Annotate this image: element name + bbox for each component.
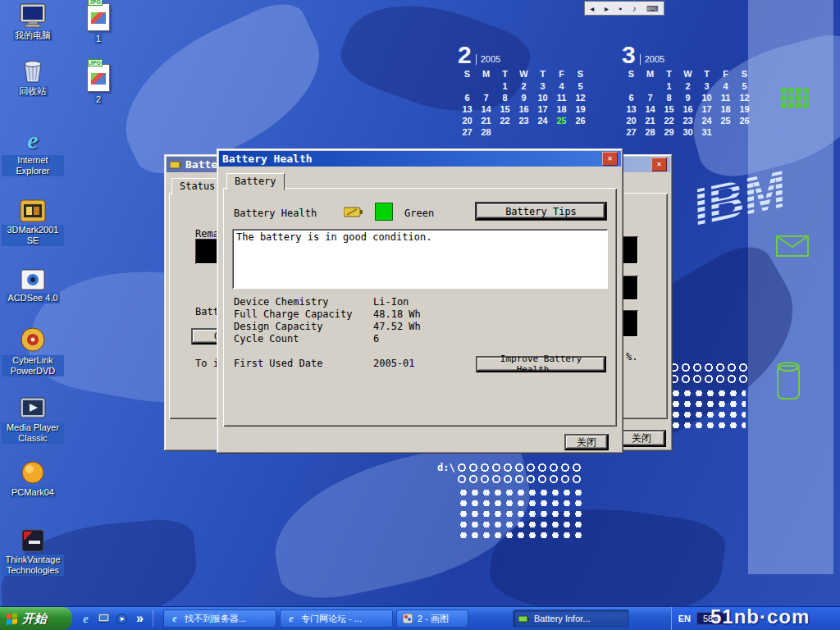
- volume-up-icon[interactable]: ▸: [605, 4, 609, 13]
- desktop-icon-label: ACDSee 4.0: [6, 293, 59, 304]
- battery-percentage[interactable]: 58%: [696, 612, 728, 625]
- drive-label: d:\: [437, 462, 455, 473]
- desktop-icon-3dmark2001[interactable]: 3DMark2001 SE: [2, 199, 64, 246]
- note-icon[interactable]: ♪: [632, 4, 637, 13]
- calendar-days: 1234567891011121314151617181920212223242…: [622, 81, 754, 137]
- desktop-icon-acdsee[interactable]: ACDSee 4.0: [2, 269, 64, 304]
- calendar-cell: 27: [458, 127, 477, 137]
- calendar-cell: T: [697, 69, 716, 79]
- calendar-day-headers: SMTWTFS: [458, 69, 590, 79]
- calendar-cell: 11: [716, 93, 735, 103]
- media-player-icon[interactable]: [115, 612, 129, 626]
- close-icon[interactable]: ✕: [602, 152, 618, 166]
- close-icon[interactable]: ✕: [651, 158, 667, 171]
- field-label: Design Capacity: [234, 321, 322, 332]
- calendar-cell: 13: [458, 104, 477, 114]
- health-status-swatch: [375, 203, 393, 221]
- calendar-february: 2 2005 SMTWTFS 1234567891011121314151617…: [458, 45, 590, 137]
- battery-tab-page: Battery Health Green Battery Tips The ba…: [223, 188, 617, 427]
- percent-label: %.: [626, 351, 637, 363]
- calendar-cell: 2: [678, 81, 697, 91]
- show-desktop-icon[interactable]: [97, 612, 111, 626]
- jpg-badge: JPG: [88, 0, 103, 6]
- desktop-icon-label: Internet Explorer: [2, 155, 64, 176]
- calendar-cell: 5: [735, 81, 754, 91]
- tab-battery[interactable]: Battery: [226, 173, 285, 190]
- language-indicator[interactable]: EN: [678, 614, 691, 623]
- volume-down-icon[interactable]: ◂: [590, 4, 594, 13]
- desktop-icon-powerdvd[interactable]: CyberLink PowerDVD: [2, 326, 64, 377]
- calendar-cell: 23: [514, 116, 533, 126]
- field-label: Device Chemistry: [234, 296, 329, 308]
- calendar-cell: 14: [477, 104, 495, 114]
- calendar-cell: 19: [571, 104, 590, 114]
- calendar-march: 3 2005 SMTWTFS 1234567891011121314151617…: [622, 45, 754, 137]
- keypad-icon: [781, 88, 809, 108]
- improve-battery-health-button[interactable]: Improve Battery Health...: [476, 356, 606, 372]
- task-label: 找不到服务器...: [185, 613, 246, 625]
- calendar-cell: 31: [697, 127, 716, 137]
- tab-label: Battery: [235, 176, 276, 187]
- field-label: Full Charge Capacity: [234, 308, 353, 320]
- calendar-cell: 26: [735, 116, 754, 126]
- desktop-icon-label: ThinkVantage Technologies: [2, 555, 64, 576]
- paint-icon: [402, 613, 413, 624]
- chevron-expand-icon[interactable]: »: [133, 612, 147, 626]
- pcmark-icon: [21, 460, 45, 485]
- task-button-forum[interactable]: e 专门网论坛 - ...: [280, 609, 393, 628]
- desktop-icon-internet-explorer[interactable]: e Internet Explorer: [2, 128, 64, 176]
- desktop-icon-my-computer[interactable]: 我的电脑: [2, 3, 64, 41]
- button-label: Battery Tips: [505, 206, 577, 217]
- tab-label: Status: [180, 180, 215, 192]
- task-button-battery-information[interactable]: Battery Infor...: [513, 609, 629, 628]
- health-status-text: Green: [404, 208, 434, 219]
- desktop-icon-thinkvantage[interactable]: ThinkVantage Technologies: [2, 529, 64, 576]
- calendar-day-headers: SMTWTFS: [622, 69, 754, 79]
- desktop-icon-media-player-classic[interactable]: Media Player Classic: [2, 397, 64, 444]
- start-button[interactable]: 开始: [0, 607, 72, 630]
- dialog-title-bar[interactable]: Battery Health ✕: [219, 151, 621, 167]
- mute-icon[interactable]: ▪: [619, 4, 623, 13]
- calendar-cell: 22: [495, 116, 514, 126]
- ie-quicklaunch-icon[interactable]: e: [79, 612, 93, 626]
- task-label: 专门网论坛 - ...: [301, 613, 362, 625]
- desktop-icon-recycle-bin[interactable]: 回收站: [2, 57, 64, 97]
- calendar-cell: 22: [660, 116, 678, 126]
- field-row: Cycle Count 6: [223, 333, 617, 345]
- task-button-paint[interactable]: 2 - 画图: [396, 609, 468, 628]
- calendar-cell: W: [514, 69, 533, 79]
- desktop-icon-pcmark04[interactable]: PCMark04: [2, 460, 64, 498]
- calendar-cell: 7: [641, 93, 660, 103]
- field-label: First Used Date: [234, 358, 322, 369]
- acdsee-icon: [21, 269, 45, 290]
- desktop-icon-label: 我的电脑: [13, 30, 52, 41]
- calendar-cell: 25: [552, 116, 571, 126]
- tab-status[interactable]: Status: [171, 178, 223, 195]
- calendar-cell: 21: [477, 116, 495, 126]
- media-player-classic-icon: [20, 397, 46, 420]
- field-row: Design Capacity 47.52 Wh: [223, 321, 617, 332]
- calendar-cell: 28: [641, 127, 660, 137]
- calendar-cell: 17: [697, 104, 716, 114]
- file-icon-1[interactable]: JPG 1: [75, 3, 121, 44]
- calendar-cell: [458, 81, 477, 91]
- calendar-cell: 10: [533, 93, 552, 103]
- close-button[interactable]: 关闭: [564, 434, 609, 450]
- field-row: Device Chemistry Li-Ion: [223, 296, 617, 308]
- calendar-cell: 13: [622, 104, 641, 114]
- battery-health-dialog: Battery Health ✕ Battery Battery Health …: [217, 148, 623, 454]
- my-computer-icon: [19, 3, 47, 28]
- calendar-cell: S: [458, 69, 477, 79]
- button-label: 关闭: [632, 431, 651, 445]
- calendar-cell: 15: [495, 104, 514, 114]
- calendar-cell: 20: [458, 116, 477, 126]
- calendar-cell: [622, 81, 641, 91]
- calendar-cell: [533, 127, 552, 137]
- recycle-bin-icon: [21, 57, 45, 84]
- task-button-server-not-found[interactable]: e 找不到服务器...: [163, 609, 276, 628]
- battery-tips-button[interactable]: Battery Tips: [476, 203, 606, 220]
- file-icon-2[interactable]: JPG 2: [75, 64, 121, 105]
- ie-icon: e: [285, 613, 297, 624]
- keyboard-icon[interactable]: ⌨: [646, 4, 658, 13]
- close-button[interactable]: 关闭: [617, 430, 666, 447]
